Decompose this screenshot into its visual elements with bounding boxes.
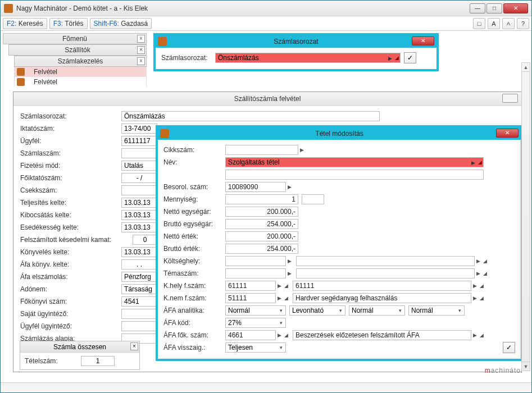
sel-afa-analitika-2[interactable]: Levonható▾ (289, 305, 345, 316)
inp-koltseghely-desc[interactable] (296, 256, 475, 266)
val-ugyfel-ugy[interactable] (121, 321, 157, 331)
play-icon: ▶ (475, 258, 481, 264)
lbl-esedekesseg: Esedékesség kelte: (20, 223, 121, 231)
val-fokonyvi[interactable]: 4541 (121, 296, 157, 307)
chevron-down-icon: ▾ (278, 345, 284, 350)
dropdown-triangle-icon: ◢ (481, 271, 488, 276)
close-button[interactable]: ✕ (503, 3, 528, 13)
inp-khely-desc[interactable]: 61111 (293, 281, 471, 291)
inp-khely[interactable]: 61111 (225, 281, 276, 291)
sel-afa-analitika-3[interactable]: Normál▾ (349, 305, 405, 316)
inp-cikkszam[interactable] (225, 145, 298, 155)
scroll-down-icon[interactable]: ▼ (522, 362, 530, 371)
inp-brutto-egysegar[interactable]: 254.000,- (225, 219, 298, 229)
menu-item-felvetel-selected[interactable]: Felvétel (14, 67, 147, 77)
chevron-down-icon: ▾ (397, 308, 403, 313)
val-foiktato[interactable]: - / (121, 173, 157, 183)
lbl-kibocsatas: Kibocsátás kelte: (20, 211, 121, 219)
inp-nev-extra[interactable] (225, 170, 484, 180)
maximize-button[interactable]: □ (486, 3, 502, 13)
supplier-invoice-close-button[interactable] (502, 94, 518, 103)
toolbar-layout-icon[interactable]: □ (473, 18, 485, 29)
lbl-iktatoszam: Iktatószám: (20, 125, 121, 132)
inp-besorol[interactable]: 10089090 (225, 182, 286, 192)
minimize-button[interactable]: — (470, 3, 485, 13)
serial-value-input[interactable]: Önszámlázás ▶ ◢ (215, 53, 401, 63)
inp-koltseghely[interactable] (225, 256, 286, 266)
lbl-afa-fok: ÁFA fők. szám: (163, 331, 225, 339)
inp-afa-fok-desc[interactable]: Beszerzések előzetesen felszámított ÁFA (293, 330, 471, 340)
lbl-szamlasorozat: Számlasorozat: (20, 112, 121, 120)
inp-netto-egysegar[interactable]: 200.000,- (225, 207, 298, 217)
val-afakonyv[interactable]: . . (121, 259, 157, 269)
inp-brutto-ertek[interactable]: 254.000,- (225, 244, 298, 254)
val-afaelsz[interactable]: Pénzforg (121, 272, 157, 282)
lbl-cikkszam: Cikkszám: (163, 146, 225, 154)
item-edit-close-button[interactable]: ✕ (496, 129, 519, 138)
play-icon: ▶ (276, 295, 283, 301)
panel-fomenu[interactable]: Fõmenü × (3, 33, 147, 44)
val-esedekesseg[interactable]: 13.03.13 (121, 222, 157, 232)
val-ugyfel[interactable]: 6111117 (121, 136, 157, 146)
toolbar-help-icon[interactable]: ? (517, 18, 529, 29)
panel-szallitok[interactable]: Szállítók × (8, 44, 147, 56)
play-icon: ▶ (276, 332, 283, 338)
inp-knem-desc[interactable]: Hardver segédanyag felhasználás (293, 293, 471, 303)
panel-szamlakezeles[interactable]: Számlakezelés × (14, 56, 147, 67)
sel-afa-analitika-1[interactable]: Normál▾ (225, 305, 286, 316)
val-fizmod[interactable]: Utalás (121, 161, 157, 171)
val-sajat[interactable] (121, 309, 157, 319)
lbl-kesedelmi: Felszámított késedelmi kamat: (20, 236, 133, 244)
val-kesedelmi[interactable]: 0 (133, 235, 157, 245)
val-kibocsatas[interactable]: 13.03.13 (121, 210, 157, 220)
inp-afa-fok[interactable]: 4661 (225, 330, 276, 340)
dropdown-triangle-icon: ◢ (283, 332, 289, 338)
val-szamlasorozat[interactable]: Önszámlázás (121, 111, 380, 121)
inp-mennyiseg-unit[interactable] (302, 194, 324, 204)
lbl-ugyfel-ugy: Ügyfél ügyintéző: (20, 322, 121, 330)
inp-temaszam-desc[interactable] (296, 268, 475, 278)
serial-modal: Számlasorozat ✕ Számlasorozat: Önszámláz… (153, 33, 439, 71)
inp-temaszam[interactable] (225, 268, 286, 278)
lbl-mennyiseg: Mennyiség: (163, 195, 225, 203)
val-csekkszam[interactable] (121, 185, 157, 195)
val-iktatoszam[interactable]: 13-74/00 (121, 124, 157, 134)
val-konyveles[interactable]: 13.03.13 (121, 247, 157, 257)
lbl-csekkszam: Csekkszám: (20, 186, 121, 194)
item-edit-modal: Tétel módosítás ✕ Cikkszám: ▶ Név: Szolg… (156, 125, 523, 361)
play-icon: ▶ (471, 158, 475, 167)
inp-nev[interactable]: Szolgáltatás tétel ▶ ◢ (225, 157, 484, 167)
lbl-knem: K.nem f.szám: (163, 294, 225, 302)
val-szamlaszam[interactable] (121, 148, 157, 158)
inp-netto-ertek[interactable]: 200.000,- (225, 231, 298, 241)
scroll-up-icon[interactable]: ▲ (522, 63, 530, 72)
panel-szamlakezeles-close-icon[interactable]: × (137, 57, 145, 65)
dropdown-triangle-icon: ◢ (478, 158, 482, 167)
panel-szallitok-close-icon[interactable]: × (137, 46, 145, 54)
inp-knem[interactable]: 51111 (225, 293, 276, 303)
titlebar: Nagy Machinátor - Demó kötet - a - Kis E… (1, 1, 531, 16)
sel-afa-analitika-4[interactable]: Normál▾ (408, 305, 465, 316)
menu-item-felvetel2-label: Felvétel (34, 78, 57, 86)
invoice-total-close-icon[interactable]: × (130, 342, 138, 350)
toolbar-delete[interactable]: F3: Törlés (49, 18, 88, 29)
menu-item-felvetel[interactable]: Felvétel (14, 77, 147, 87)
chevron-down-icon: ▾ (456, 308, 463, 313)
serial-modal-close-button[interactable]: ✕ (412, 36, 434, 45)
toolbar-gazdasa[interactable]: Shift-F6: Gazdasá (90, 18, 152, 29)
sel-afa-kod[interactable]: 27%▾ (225, 318, 286, 328)
val-adonem[interactable]: Társaság (121, 284, 157, 294)
toolbar-font-large-icon[interactable]: A (488, 18, 500, 29)
panel-fomenu-close-icon[interactable]: × (137, 35, 145, 43)
inp-mennyiseg[interactable]: 1 (225, 194, 298, 204)
val-teljesites[interactable]: 13.03.13 (121, 198, 157, 208)
toolbar-font-small-icon[interactable]: A (502, 18, 515, 29)
lbl-adonem: Adónem: (20, 285, 121, 293)
item-confirm-button[interactable]: ✓ (503, 342, 515, 353)
main-scrollbar[interactable]: ▲ ▼ (521, 62, 530, 371)
serial-confirm-button[interactable]: ✓ (404, 52, 416, 63)
lbl-brutto-ertek: Bruttó érték: (163, 245, 225, 253)
sel-afa-visszaig[interactable]: Teljesen▾ (225, 342, 286, 353)
lbl-szamlaszam: Számlaszám: (20, 149, 121, 157)
toolbar-search[interactable]: F2: Keresés (3, 18, 47, 29)
